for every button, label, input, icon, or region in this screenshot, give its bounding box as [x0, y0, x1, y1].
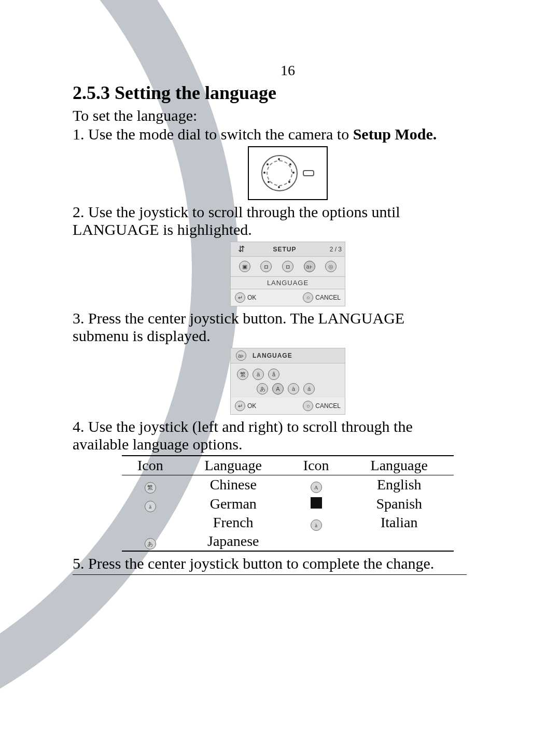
lang-option-chinese-icon: 繁 — [237, 369, 248, 380]
french-icon-cell — [122, 513, 179, 532]
spanish-label: Spanish — [345, 495, 454, 513]
language-options-row2: あ A à á — [231, 383, 345, 398]
mode-dial-icon — [261, 155, 298, 191]
table-header-icon-1: Icon — [122, 456, 179, 475]
setup-option-5-icon: ◎ — [325, 261, 337, 272]
language-table-wrap: Icon Language Icon Language 繁 Chinese A … — [73, 455, 503, 552]
setup-options-row: ▣ ◘ ◘ aⱶ ◎ — [231, 257, 345, 277]
language-screen: aⱶ LANGUAGE 繁 ä å あ A à á — [230, 348, 345, 415]
step-1-text: Use the mode dial to switch the camera t… — [88, 125, 353, 143]
ok-button-icon: ↵ — [235, 401, 245, 411]
lang-option-japanese-icon: あ — [257, 383, 268, 395]
step-4: 4. Use the joystick (left and right) to … — [73, 418, 503, 552]
language-header-icon: aⱶ — [236, 350, 246, 361]
setup-option-1-icon: ▣ — [239, 261, 250, 272]
language-footer: ↵ OK ○ CANCEL — [231, 398, 345, 414]
japanese-icon: あ — [145, 538, 156, 550]
japanese-label: Japanese — [179, 532, 288, 552]
french-label: French — [179, 513, 288, 532]
step-5-text: Press the center joystick button to comp… — [88, 555, 434, 572]
language-table: Icon Language Icon Language 繁 Chinese A … — [122, 455, 454, 552]
step-1-number: 1. — [73, 125, 85, 143]
setup-counter: 2 / 3 — [321, 246, 342, 253]
intro-text: To set the language: — [73, 107, 503, 124]
language-title: LANGUAGE — [248, 352, 321, 359]
figure-language-screen: aⱶ LANGUAGE 繁 ä å あ A à á — [73, 348, 503, 415]
setup-title: SETUP — [248, 246, 321, 253]
english-label: English — [345, 475, 454, 495]
step-3-text-b: submenu is displayed. — [73, 327, 503, 345]
step-1: 1. Use the mode dial to switch the camer… — [73, 125, 503, 200]
italian-icon: à — [311, 519, 322, 531]
language-options-row1: 繁 ä å — [231, 363, 345, 383]
mode-indicator-icon — [303, 170, 314, 176]
step-2: 2. Use the joystick to scroll through th… — [73, 203, 503, 306]
section-number: 2.5.3 — [73, 82, 110, 103]
setup-language-label: LANGUAGE — [231, 277, 345, 289]
setup-option-3-icon: ◘ — [282, 261, 293, 272]
table-header-language-1: Language — [179, 456, 288, 475]
tools-icon: ⇵ — [234, 244, 248, 254]
lang-option-french-icon: å — [268, 369, 279, 380]
lang-option-spanish-icon: à — [288, 383, 299, 395]
german-icon: ä — [145, 501, 156, 512]
section-heading: 2.5.3 Setting the language — [73, 82, 503, 104]
cancel-button-icon: ○ — [303, 292, 313, 303]
italian-label: Italian — [345, 513, 454, 532]
ok-button-icon: ↵ — [235, 292, 245, 303]
table-header-icon-2: Icon — [288, 456, 345, 475]
step-2-text-b: LANGUAGE is highlighted. — [73, 221, 503, 238]
steps-list: 1. Use the mode dial to switch the camer… — [73, 125, 503, 575]
lang-option-german-icon: ä — [253, 369, 264, 380]
language-header: aⱶ LANGUAGE — [231, 348, 345, 363]
setup-footer: ↵ OK ○ CANCEL — [231, 289, 345, 306]
setup-screen: ⇵ SETUP 2 / 3 ▣ ◘ ◘ aⱶ ◎ LANGUAGE ↵ — [230, 242, 345, 306]
spanish-icon — [311, 497, 322, 509]
setup-option-2-icon: ◘ — [260, 261, 272, 272]
lang-option-italian-icon: á — [303, 383, 315, 395]
step-3-number: 3. — [73, 309, 85, 327]
chinese-icon: 繁 — [145, 482, 156, 494]
table-row: 繁 Chinese A English — [122, 475, 454, 495]
german-label: German — [179, 495, 288, 513]
chinese-label: Chinese — [179, 475, 288, 495]
figure-setup-screen: ⇵ SETUP 2 / 3 ▣ ◘ ◘ aⱶ ◎ LANGUAGE ↵ — [73, 242, 503, 306]
setup-option-language-icon: aⱶ — [304, 261, 315, 272]
table-row: あ Japanese — [122, 532, 454, 552]
english-icon: A — [311, 482, 322, 493]
setup-header: ⇵ SETUP 2 / 3 — [231, 242, 345, 257]
step-3-text-a: Press the center joystick button. The LA… — [88, 309, 404, 327]
step-5-number: 5. — [73, 555, 85, 572]
mode-dial-illustration — [248, 146, 328, 200]
step-2-number: 2. — [73, 203, 85, 220]
step-2-text-a: Use the joystick to scroll through the o… — [88, 203, 400, 220]
cancel-label: CANCEL — [315, 402, 341, 410]
section-title: Setting the language — [115, 82, 276, 103]
ok-label: OK — [247, 402, 256, 410]
page-content: 16 2.5.3 Setting the language To set the… — [0, 0, 560, 609]
table-header-row: Icon Language Icon Language — [122, 456, 454, 475]
step-4-text-a: Use the joystick (left and right) to scr… — [88, 418, 413, 435]
step-3: 3. Press the center joystick button. The… — [73, 309, 503, 415]
ok-label: OK — [247, 294, 256, 301]
table-row: French à Italian — [122, 513, 454, 532]
step-5: 5. Press the center joystick button to c… — [73, 555, 503, 575]
figure-mode-dial — [73, 146, 503, 200]
step-4-number: 4. — [73, 418, 85, 435]
page-number: 16 — [73, 62, 503, 79]
cancel-button-icon: ○ — [303, 401, 313, 411]
bottom-rule — [73, 574, 467, 575]
table-row: ä German Spanish — [122, 495, 454, 513]
cancel-label: CANCEL — [315, 294, 341, 301]
lang-option-english-icon: A — [272, 383, 284, 395]
step-4-text-b: available language options. — [73, 435, 503, 453]
table-header-language-2: Language — [345, 456, 454, 475]
step-1-bold: Setup Mode. — [353, 125, 437, 143]
